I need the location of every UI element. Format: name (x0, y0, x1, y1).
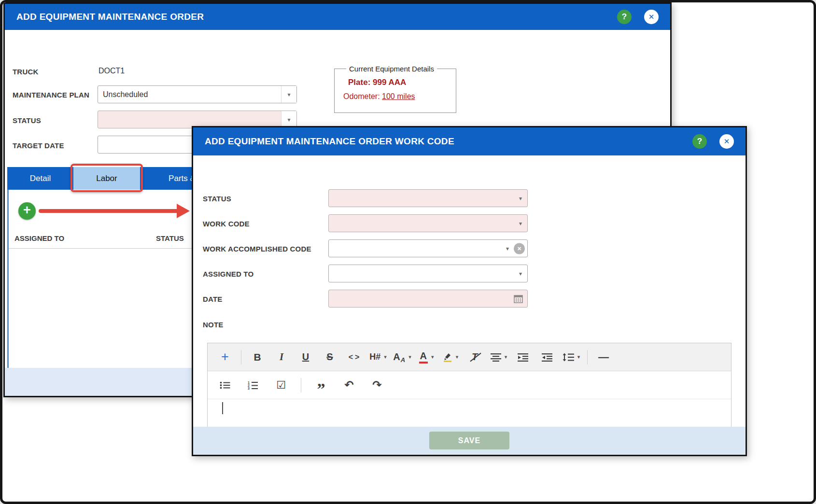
chevron-down-icon: ▾ (519, 196, 522, 201)
maintenance-plan-label: MAINTENANCE PLAN (13, 91, 89, 99)
screenshot-frame: ADD EQUIPMENT MAINTENANCE ORDER ? ✕ TRUC… (0, 0, 816, 504)
code-icon: <> (347, 353, 362, 362)
help-icon: ? (697, 137, 702, 146)
insert-button[interactable]: + (214, 347, 236, 367)
chevron-down-icon: ▾ (456, 354, 459, 360)
toolbar-divider (587, 350, 588, 364)
editor-toolbar-row1: + B I U S <> H# ▾ A A ▾ (208, 343, 731, 371)
help-icon: ? (622, 12, 627, 22)
current-equipment-details-box: Current Equipment Details Plate: 999 AAA… (334, 65, 456, 113)
highlighter-icon (443, 352, 452, 362)
clear-field-button[interactable]: ✕ (514, 243, 525, 254)
titlebar-actions: ? ✕ (692, 134, 734, 149)
toolbar-divider (241, 350, 241, 364)
numbered-list-button[interactable]: 123 (242, 375, 264, 395)
wc-status-label: STATUS (203, 195, 231, 203)
indent-button[interactable] (512, 347, 534, 367)
code-button[interactable]: <> (343, 347, 365, 367)
checklist-button[interactable]: ☑ (270, 375, 292, 395)
close-button[interactable]: ✕ (644, 10, 659, 24)
underline-icon: U (302, 351, 309, 363)
odometer-label: Odometer: (343, 92, 380, 100)
redo-button[interactable]: ↷ (366, 375, 388, 395)
outdent-icon (542, 353, 552, 362)
column-status: STATUS (156, 234, 184, 242)
heading-icon: H# (369, 352, 380, 362)
wc-status-select[interactable]: ▾ (328, 189, 528, 207)
workcode-modal-body: STATUS ▾ WORK CODE ▾ WORK ACCOMPLISHED C… (193, 155, 746, 455)
wc-date-input[interactable] (328, 290, 528, 308)
text-color-button[interactable]: A ▾ (416, 347, 437, 367)
undo-button[interactable]: ↶ (338, 375, 360, 395)
save-button[interactable]: SAVE (429, 432, 509, 449)
wc-assigned-to-select[interactable]: ▾ (328, 265, 528, 282)
column-assigned-to: ASSIGNED TO (14, 234, 64, 242)
chevron-down-icon: ▾ (384, 354, 387, 360)
equipment-plate: Plate: 999 AAA (348, 78, 451, 87)
close-icon: ✕ (648, 13, 655, 21)
chevron-down-icon: ▾ (505, 354, 507, 360)
close-button[interactable]: ✕ (719, 134, 734, 149)
wc-assigned-to-label: ASSIGNED TO (203, 270, 253, 278)
help-button[interactable]: ? (692, 134, 707, 149)
italic-button[interactable]: I (271, 347, 292, 367)
horizontal-rule-button[interactable]: — (593, 347, 614, 367)
chevron-down-icon: ▾ (519, 221, 522, 226)
bold-button[interactable]: B (247, 347, 268, 367)
redo-icon: ↷ (372, 378, 381, 392)
chevron-down-icon: ▾ (519, 271, 522, 277)
order-modal-title: ADD EQUIPMENT MAINTENANCE ORDER (16, 12, 204, 22)
underline-button[interactable]: U (295, 347, 316, 367)
line-spacing-icon (563, 353, 574, 362)
tab-labor[interactable]: Labor (73, 167, 140, 190)
chevron-down-icon: ▾ (506, 246, 509, 252)
chevron-down-icon: ▾ (408, 354, 411, 360)
svg-text:3: 3 (248, 387, 250, 390)
align-icon (491, 353, 501, 362)
work-code-select[interactable]: ▾ (328, 214, 528, 232)
undo-icon: ↶ (344, 378, 353, 392)
work-accomplished-label: WORK ACCOMPLISHED CODE (203, 245, 311, 253)
horizontal-rule-icon: — (598, 351, 609, 364)
add-work-code-modal: ADD EQUIPMENT MAINTENANCE ORDER WORK COD… (192, 126, 747, 456)
blockquote-icon: ” (317, 378, 325, 392)
bullet-list-button[interactable] (214, 375, 236, 395)
order-modal-titlebar: ADD EQUIPMENT MAINTENANCE ORDER ? ✕ (5, 4, 670, 30)
annotation-arrow-head (177, 204, 190, 218)
work-accomplished-select[interactable]: ▾ ✕ (328, 239, 528, 257)
annotation-arrow-line (39, 209, 180, 213)
help-button[interactable]: ? (617, 10, 632, 24)
outdent-button[interactable] (536, 347, 558, 367)
numbered-list-icon: 123 (248, 380, 258, 390)
font-family-icon: A (393, 351, 400, 363)
workcode-modal-titlebar: ADD EQUIPMENT MAINTENANCE ORDER WORK COD… (193, 127, 746, 155)
chevron-down-icon: ▾ (577, 354, 580, 360)
line-spacing-button[interactable]: ▾ (561, 347, 582, 367)
status-label: STATUS (13, 116, 41, 125)
workcode-modal-title: ADD EQUIPMENT MAINTENANCE ORDER WORK COD… (205, 136, 454, 147)
odometer-value[interactable]: 100 miles (382, 92, 415, 100)
close-icon: ✕ (724, 137, 730, 146)
heading-button[interactable]: H# ▾ (367, 347, 389, 367)
tab-detail[interactable]: Detail (7, 167, 73, 190)
font-family-button[interactable]: A A ▾ (392, 347, 413, 367)
truck-label: TRUCK (13, 68, 39, 76)
add-labor-button[interactable]: + (18, 202, 36, 220)
alignment-button[interactable]: ▾ (488, 347, 509, 367)
chevron-down-icon: ▾ (431, 354, 434, 360)
strikethrough-button[interactable]: S (319, 347, 340, 367)
bullet-list-icon (220, 381, 230, 390)
clear-formatting-icon: T (472, 351, 478, 363)
indent-icon (518, 353, 528, 362)
highlight-color-button[interactable]: ▾ (440, 347, 461, 367)
italic-icon: I (280, 351, 283, 363)
calendar-icon (514, 294, 523, 303)
bold-icon: B (253, 351, 261, 363)
toolbar-divider (301, 378, 301, 392)
maintenance-plan-select[interactable]: Unscheduled ▾ (98, 85, 297, 103)
clear-formatting-button[interactable]: T (464, 347, 485, 367)
wc-date-label: DATE (203, 295, 223, 303)
text-color-icon: A (419, 351, 428, 364)
blockquote-button[interactable]: ” (310, 375, 332, 395)
equipment-details-legend: Current Equipment Details (346, 65, 437, 73)
